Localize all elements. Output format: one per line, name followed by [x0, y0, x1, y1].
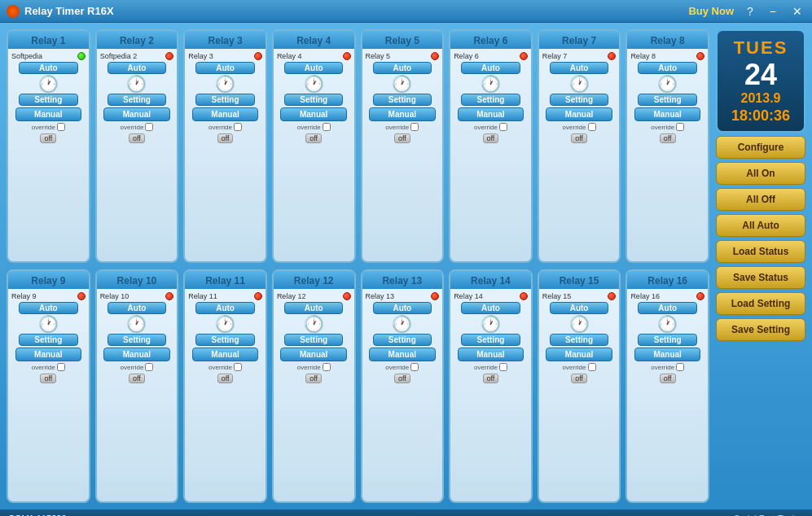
relay-7-title: Relay 7	[562, 35, 596, 46]
relay-7-override-checkbox[interactable]	[588, 123, 596, 131]
all-off-button[interactable]: All Off	[716, 188, 805, 211]
relay-10-override-checkbox[interactable]	[145, 363, 153, 371]
relay-9-off-button[interactable]: off	[40, 374, 56, 383]
relay-12-manual-button[interactable]: Manual	[280, 348, 347, 361]
buy-now-link[interactable]: Buy Now	[688, 5, 734, 17]
relay-2-manual-button[interactable]: Manual	[103, 107, 170, 121]
relay-5-manual-button[interactable]: Manual	[369, 107, 436, 121]
relay-5-setting-button[interactable]: Setting	[373, 94, 432, 106]
relay-3-manual-button[interactable]: Manual	[192, 107, 259, 121]
relay-7-auto-button[interactable]: Auto	[550, 62, 609, 74]
relay-2-auto-button[interactable]: Auto	[108, 62, 167, 74]
relay-6-auto-button[interactable]: Auto	[461, 62, 520, 74]
relay-11-auto-button[interactable]: Auto	[195, 302, 255, 314]
relay-13-override-checkbox[interactable]	[410, 363, 419, 371]
relay-13-auto-button[interactable]: Auto	[373, 302, 432, 314]
relay-14-off-button[interactable]: off	[483, 374, 499, 383]
relay-3-setting-button[interactable]: Setting	[195, 94, 255, 106]
relay-2-override-checkbox[interactable]	[145, 123, 153, 131]
load-status-button[interactable]: Load Status	[716, 240, 805, 263]
relay-10-manual-button[interactable]: Manual	[103, 348, 170, 361]
configure-button[interactable]: Configure	[716, 136, 805, 159]
relay-12-name-row: Relay 12	[277, 292, 351, 300]
relay-5-override-checkbox[interactable]	[410, 123, 419, 131]
relay-4-manual-button[interactable]: Manual	[280, 107, 347, 121]
relay-4-setting-button[interactable]: Setting	[284, 94, 344, 106]
relay-9-auto-button[interactable]: Auto	[19, 302, 78, 314]
relay-6-manual-button[interactable]: Manual	[458, 107, 525, 121]
relay-1-auto-button[interactable]: Auto	[19, 62, 78, 74]
relay-13-manual-button[interactable]: Manual	[369, 348, 436, 361]
relay-7-setting-button[interactable]: Setting	[550, 94, 609, 106]
relay-12-setting-button[interactable]: Setting	[284, 334, 344, 346]
relay-6-setting-button[interactable]: Setting	[461, 94, 520, 106]
all-auto-button[interactable]: All Auto	[716, 214, 805, 237]
relay-1-manual-button[interactable]: Manual	[15, 107, 82, 121]
relay-15-manual-button[interactable]: Manual	[546, 348, 612, 361]
relay-10-auto-button[interactable]: Auto	[108, 302, 167, 314]
relay-14-manual-button[interactable]: Manual	[458, 348, 525, 361]
relay-4-off-button[interactable]: off	[305, 133, 322, 143]
load-setting-button[interactable]: Load Setting	[716, 292, 805, 315]
relay-15-setting-button[interactable]: Setting	[550, 334, 609, 346]
relay-10-setting-button[interactable]: Setting	[108, 334, 167, 346]
relay-14-override-checkbox[interactable]	[499, 363, 507, 371]
relay-card-15: Relay 15 Relay 15 Auto 🕐 Setting Manual …	[538, 269, 621, 503]
save-setting-button[interactable]: Save Setting	[716, 318, 805, 341]
relay-8-auto-button[interactable]: Auto	[638, 62, 697, 74]
relay-1-off-button[interactable]: off	[40, 133, 56, 143]
relay-1-override-checkbox[interactable]	[57, 123, 65, 131]
relay-14-auto-button[interactable]: Auto	[461, 302, 520, 314]
relay-11-manual-button[interactable]: Manual	[192, 348, 259, 361]
relay-9-manual-button[interactable]: Manual	[15, 348, 82, 361]
relay-7-manual-button[interactable]: Manual	[546, 107, 612, 121]
status-bar: COM1 115200 → Serial Port Tool▪▪▪	[0, 509, 812, 516]
relay-6-off-button[interactable]: off	[483, 133, 499, 143]
relay-8-override-checkbox[interactable]	[676, 123, 684, 131]
all-on-button[interactable]: All On	[716, 162, 805, 185]
relay-14-setting-button[interactable]: Setting	[461, 334, 520, 346]
relay-15-off-button[interactable]: off	[571, 374, 587, 383]
relay-6-override-checkbox[interactable]	[499, 123, 507, 131]
relay-3-auto-button[interactable]: Auto	[195, 62, 255, 74]
relay-16-override-checkbox[interactable]	[676, 363, 684, 371]
relay-2-off-button[interactable]: off	[129, 133, 145, 143]
relay-3-off-button[interactable]: off	[217, 133, 234, 143]
relay-7-off-button[interactable]: off	[571, 133, 587, 143]
relay-8-setting-button[interactable]: Setting	[638, 94, 697, 106]
relay-9-override-checkbox[interactable]	[57, 363, 65, 371]
relay-5-auto-button[interactable]: Auto	[373, 62, 432, 74]
relay-8-manual-button[interactable]: Manual	[634, 107, 701, 121]
relay-card-6: Relay 6 Relay 6 Auto 🕐 Setting Manual ov…	[449, 29, 533, 263]
relay-15-override-checkbox[interactable]	[588, 363, 596, 371]
relay-12-auto-button[interactable]: Auto	[284, 302, 344, 314]
relay-1-setting-button[interactable]: Setting	[19, 94, 78, 106]
relay-11-off-button[interactable]: off	[217, 374, 234, 383]
relay-12-override-checkbox[interactable]	[323, 363, 331, 371]
save-status-button[interactable]: Save Status	[716, 266, 805, 289]
help-button[interactable]: ?	[744, 5, 757, 18]
relay-8-off-button[interactable]: off	[660, 133, 676, 143]
relay-16-manual-button[interactable]: Manual	[634, 348, 701, 361]
relay-9-name: Relay 9	[11, 292, 76, 300]
relay-9-setting-button[interactable]: Setting	[19, 334, 78, 346]
relay-13-setting-button[interactable]: Setting	[373, 334, 432, 346]
relay-4-auto-button[interactable]: Auto	[284, 62, 344, 74]
relay-10-off-button[interactable]: off	[129, 374, 145, 383]
relay-4-header: Relay 4	[274, 31, 354, 49]
relay-11-override-checkbox[interactable]	[234, 363, 242, 371]
relay-13-off-button[interactable]: off	[394, 374, 410, 383]
relay-12-off-button[interactable]: off	[305, 374, 322, 383]
relay-2-setting-button[interactable]: Setting	[108, 94, 167, 106]
minimize-button[interactable]: −	[766, 5, 779, 18]
relay-5-header: Relay 5	[362, 31, 443, 49]
relay-16-setting-button[interactable]: Setting	[638, 334, 697, 346]
relay-4-override-checkbox[interactable]	[323, 123, 331, 131]
relay-3-override-checkbox[interactable]	[234, 123, 242, 131]
relay-5-off-button[interactable]: off	[394, 133, 410, 143]
relay-15-auto-button[interactable]: Auto	[550, 302, 609, 314]
relay-11-setting-button[interactable]: Setting	[195, 334, 255, 346]
relay-16-auto-button[interactable]: Auto	[638, 302, 697, 314]
relay-16-off-button[interactable]: off	[660, 374, 676, 383]
close-button[interactable]: ✕	[789, 5, 805, 18]
